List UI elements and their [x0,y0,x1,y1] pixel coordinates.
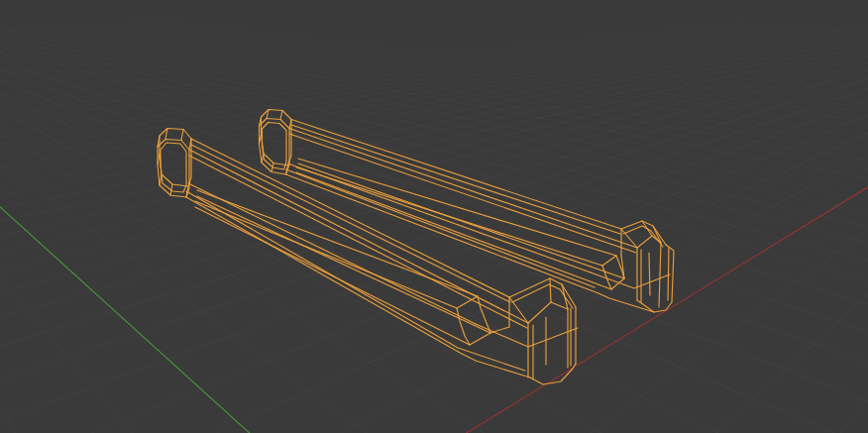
3d-viewport[interactable] [0,0,868,433]
viewport-canvas[interactable] [0,0,868,433]
